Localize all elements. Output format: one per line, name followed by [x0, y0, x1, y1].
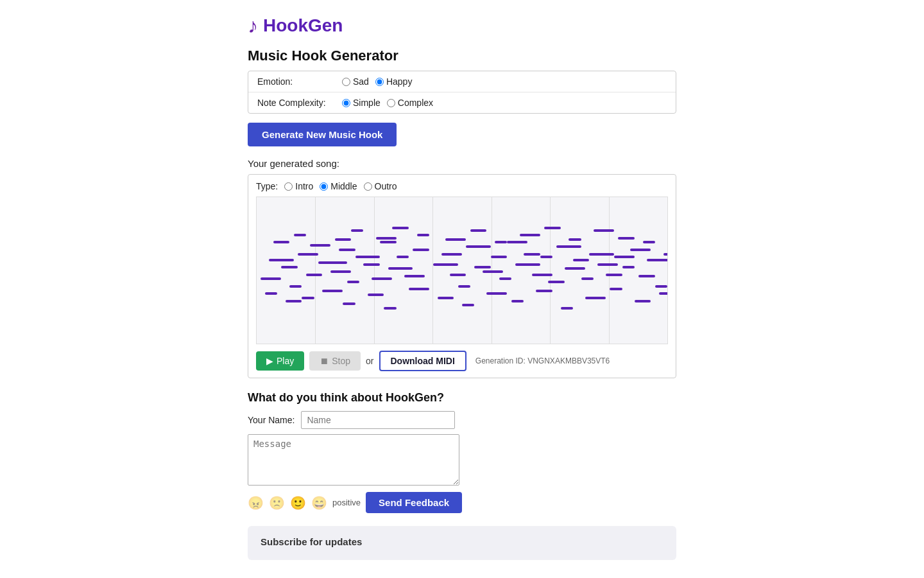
emotion-label: Emotion:: [257, 76, 334, 87]
sentiment-negative-icon[interactable]: 🙁: [269, 495, 285, 511]
piano-roll-note: [380, 241, 397, 243]
song-section-label: Your generated song:: [248, 158, 676, 169]
piano-roll-note: [294, 234, 306, 236]
feedback-title: What do you think about HookGen?: [248, 391, 676, 405]
stop-label: Stop: [332, 356, 350, 366]
sentiment-neutral-icon[interactable]: 🙂: [290, 495, 306, 511]
piano-roll-note: [589, 253, 613, 256]
complexity-radio-group: Simple Complex: [342, 98, 433, 108]
sentiment-positive-icon[interactable]: 😄: [311, 495, 327, 511]
type-outro-label: Outro: [375, 181, 397, 191]
piano-roll-note: [286, 300, 302, 302]
piano-roll-note: [532, 274, 552, 276]
complexity-complex-label: Complex: [398, 98, 433, 108]
piano-roll-note: [540, 256, 552, 258]
piano-roll-note: [643, 241, 655, 243]
generation-id: Generation ID: VNGNXAKMBBV35VT6: [475, 356, 610, 365]
piano-roll-note: [388, 267, 413, 270]
play-button[interactable]: ▶ Play: [256, 351, 304, 371]
piano-roll-note: [281, 266, 298, 268]
name-input[interactable]: [301, 411, 455, 429]
generate-button[interactable]: Generate New Music Hook: [248, 123, 397, 146]
piano-roll-note: [438, 297, 454, 299]
download-midi-button[interactable]: Download MIDI: [379, 351, 466, 371]
piano-roll-note: [610, 288, 622, 290]
piano-roll-note: [363, 263, 380, 266]
message-textarea[interactable]: [248, 434, 459, 486]
emotion-radio-group: Sad Happy: [342, 76, 412, 87]
emotion-sad-option[interactable]: Sad: [342, 76, 369, 87]
piano-roll-note: [302, 297, 314, 299]
complexity-simple-radio[interactable]: [342, 99, 350, 107]
piano-roll-note: [483, 270, 503, 273]
piano-roll-note: [409, 288, 429, 290]
piano-roll-note: [433, 263, 458, 266]
piano-roll-note: [470, 229, 487, 232]
piano-roll-note: [597, 263, 618, 266]
piano-roll-note: [376, 237, 397, 240]
emotion-row: Emotion: Sad Happy: [248, 71, 676, 92]
emotion-sad-radio[interactable]: [342, 78, 350, 86]
stop-button[interactable]: ⏹ Stop: [309, 351, 361, 371]
piano-roll-note: [614, 256, 635, 258]
piano-roll-note: [466, 245, 490, 248]
piano-roll-note: [339, 249, 355, 251]
type-middle-radio[interactable]: [320, 182, 328, 191]
piano-roll-note: [310, 244, 330, 247]
sentiment-very-negative-icon[interactable]: 😠: [248, 495, 264, 511]
or-text: or: [366, 356, 373, 366]
piano-roll-note: [392, 227, 409, 229]
piano-roll-note: [306, 274, 323, 276]
piano-roll-note: [458, 285, 470, 288]
emotion-sad-label: Sad: [353, 76, 369, 87]
piano-roll-note: [630, 249, 651, 251]
piano-roll-note: [647, 259, 668, 261]
piano-roll-note: [289, 285, 302, 288]
send-feedback-button[interactable]: Send Feedback: [366, 492, 462, 513]
piano-roll-note: [520, 234, 540, 236]
emotion-happy-option[interactable]: Happy: [375, 76, 412, 87]
piano-roll-note: [298, 253, 318, 256]
piano-roll-note: [536, 290, 552, 292]
type-middle-option[interactable]: Middle: [320, 181, 357, 191]
complexity-row: Note Complexity: Simple Complex: [248, 92, 676, 113]
complexity-complex-option[interactable]: Complex: [387, 98, 433, 108]
play-icon: ▶: [266, 356, 273, 366]
logo: ♪ HookGen: [248, 15, 676, 36]
piano-roll-note: [594, 229, 614, 232]
controls-row: ▶ Play ⏹ Stop or Download MIDI Generatio…: [256, 351, 668, 371]
name-label: Your Name:: [248, 415, 295, 425]
complexity-simple-label: Simple: [353, 98, 381, 108]
piano-roll-note: [486, 292, 507, 295]
piano-roll-note: [384, 307, 396, 310]
piano-roll-note: [663, 253, 668, 256]
emotion-happy-radio[interactable]: [375, 78, 384, 86]
piano-roll-note: [273, 241, 290, 243]
piano-roll-note: [569, 238, 581, 241]
type-outro-radio[interactable]: [364, 182, 372, 191]
piano-roll-note: [581, 277, 594, 280]
piano-roll-note: [524, 253, 540, 256]
piano-roll-note: [606, 274, 622, 276]
piano-roll-note: [585, 297, 606, 299]
piano-roll-note: [330, 270, 351, 273]
piano-roll-note: [397, 256, 409, 258]
piano-roll-note: [499, 277, 511, 280]
piano-roll-note: [265, 292, 277, 295]
piano-roll-note: [413, 249, 429, 251]
type-intro-option[interactable]: Intro: [284, 181, 313, 191]
piano-roll-note: [515, 263, 540, 266]
piano-roll-note: [474, 266, 491, 268]
piano-roll-note: [351, 229, 363, 232]
type-intro-radio[interactable]: [284, 182, 293, 191]
music-note-icon: ♪: [248, 15, 258, 36]
subscribe-section: Subscribe for updates: [248, 526, 676, 560]
piano-roll-note: [638, 275, 655, 277]
type-outro-option[interactable]: Outro: [364, 181, 397, 191]
logo-text: HookGen: [263, 15, 343, 36]
complexity-simple-option[interactable]: Simple: [342, 98, 381, 108]
piano-roll-note: [372, 277, 392, 280]
piano-roll-note: [450, 274, 466, 276]
piano-roll-note: [565, 267, 585, 270]
complexity-complex-radio[interactable]: [387, 99, 395, 107]
